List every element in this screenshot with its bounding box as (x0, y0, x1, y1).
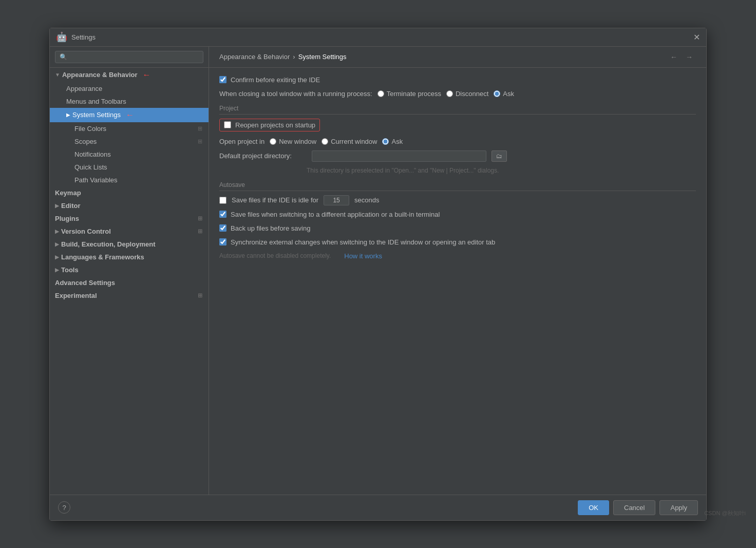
sidebar-item-notifications[interactable]: Notifications (50, 148, 209, 161)
default-project-dir-input[interactable] (312, 150, 486, 162)
sidebar-item-quick-lists[interactable]: Quick Lists (50, 161, 209, 174)
sidebar-item-version-control[interactable]: ▶ Version Control ⊞ (50, 225, 209, 238)
save-switch-checkbox[interactable] (219, 211, 226, 218)
settings-area: Confirm before exiting the IDE When clos… (209, 68, 706, 495)
help-button[interactable]: ? (58, 501, 70, 514)
title-bar: 🤖 Settings ✕ (50, 28, 706, 47)
autosave-hint-row: Autosave cannot be disabled completely. … (219, 252, 696, 260)
sidebar-item-label: Notifications (74, 150, 111, 158)
apply-button[interactable]: Apply (659, 500, 698, 515)
sync-external-text: Synchronize external changes when switch… (231, 238, 495, 246)
sidebar-item-label: Languages & Frameworks (61, 253, 144, 261)
chevron-right-icon-lf: ▶ (55, 254, 59, 260)
experimental-icon: ⊞ (198, 292, 202, 299)
sync-external-row: Synchronize external changes when switch… (219, 238, 696, 246)
ask-option[interactable]: Ask (494, 90, 514, 98)
chevron-right-icon: ▶ (66, 112, 70, 118)
disconnect-option[interactable]: Disconnect (446, 90, 488, 98)
chevron-down-icon: ▼ (55, 72, 60, 78)
save-switch-row: Save files when switching to a different… (219, 211, 696, 218)
reopen-projects-checkbox[interactable] (224, 121, 231, 128)
sidebar-item-scopes[interactable]: Scopes ⊞ (50, 135, 209, 148)
main-content: Appearance & Behavior › System Settings … (209, 47, 706, 495)
new-window-label: New window (279, 138, 316, 145)
save-idle-label-after: seconds (354, 196, 379, 204)
disconnect-radio[interactable] (446, 90, 453, 97)
new-window-option[interactable]: New window (270, 138, 316, 145)
sidebar-item-plugins[interactable]: Plugins ⊞ (50, 212, 209, 225)
autosave-hint-text: Autosave cannot be disabled completely. (219, 252, 331, 259)
sidebar-item-appearance-behavior[interactable]: ▼ Appearance & Behavior ← (50, 68, 209, 82)
nav-forward-button[interactable]: → (683, 52, 696, 62)
sidebar-item-label: Version Control (61, 228, 111, 235)
search-input[interactable] (55, 51, 203, 63)
file-colors-icon: ⊞ (198, 125, 202, 132)
main-header: Appearance & Behavior › System Settings … (209, 47, 706, 68)
confirm-exit-text: Confirm before exiting the IDE (231, 76, 320, 84)
ask-project-option[interactable]: Ask (382, 138, 403, 145)
terminate-option[interactable]: Terminate process (377, 90, 441, 98)
terminate-radio[interactable] (377, 90, 384, 97)
save-idle-label-before: Save files if the IDE is idle for (232, 196, 318, 204)
sidebar-item-label: Advanced Settings (55, 279, 115, 287)
ask-radio[interactable] (494, 90, 500, 97)
close-button[interactable]: ✕ (693, 32, 700, 42)
terminate-label: Terminate process (387, 90, 441, 98)
backup-files-row: Back up files before saving (219, 224, 696, 232)
ok-button[interactable]: OK (578, 500, 609, 515)
breadcrumb-separator: › (293, 53, 295, 61)
backup-files-checkbox[interactable] (219, 224, 226, 232)
chevron-right-icon-tools: ▶ (55, 267, 59, 273)
sidebar-item-editor[interactable]: ▶ Editor (50, 199, 209, 212)
sidebar-item-appearance[interactable]: Appearance (50, 82, 209, 95)
disconnect-label: Disconnect (456, 90, 488, 98)
search-box (50, 47, 209, 68)
sidebar-item-system-settings[interactable]: ▶ System Settings ← (50, 108, 209, 122)
save-idle-row: Save files if the IDE is idle for second… (219, 195, 696, 205)
current-window-radio[interactable] (322, 138, 328, 145)
sidebar-item-label: File Colors (74, 125, 106, 133)
project-dir-hint: This directory is preselected in "Open..… (307, 167, 696, 174)
watermark: CSDN @秋知叶i (704, 509, 746, 517)
sync-external-checkbox[interactable] (219, 238, 226, 245)
sidebar-item-keymap[interactable]: Keymap (50, 186, 209, 199)
chevron-right-icon-vc: ▶ (55, 229, 59, 234)
how-it-works-link[interactable]: How it works (344, 252, 382, 260)
chevron-right-icon-editor: ▶ (55, 203, 59, 209)
ask-project-radio[interactable] (382, 138, 389, 145)
settings-dialog: 🤖 Settings ✕ ▼ Appearance & Behavior ← A… (49, 28, 707, 521)
confirm-exit-row: Confirm before exiting the IDE (219, 76, 696, 84)
cancel-button[interactable]: Cancel (613, 500, 655, 515)
dialog-body: ▼ Appearance & Behavior ← Appearance Men… (50, 47, 706, 495)
dialog-title: Settings (71, 33, 96, 41)
sidebar-item-path-variables[interactable]: Path Variables (50, 174, 209, 186)
sidebar-item-languages-frameworks[interactable]: ▶ Languages & Frameworks (50, 251, 209, 263)
nav-back-button[interactable]: ← (667, 52, 681, 62)
sidebar-item-file-colors[interactable]: File Colors ⊞ (50, 122, 209, 135)
ask-label: Ask (503, 90, 514, 98)
save-switch-label[interactable]: Save files when switching to a different… (219, 211, 440, 218)
reopen-box: Reopen projects on startup (219, 119, 320, 131)
confirm-exit-label[interactable]: Confirm before exiting the IDE (219, 76, 320, 84)
sync-external-label[interactable]: Synchronize external changes when switch… (219, 238, 495, 246)
current-window-option[interactable]: Current window (322, 138, 377, 145)
sidebar-item-tools[interactable]: ▶ Tools (50, 263, 209, 276)
confirm-exit-checkbox[interactable] (219, 76, 226, 83)
plugins-icon: ⊞ (198, 215, 202, 222)
reopen-projects-row: Reopen projects on startup (219, 119, 696, 131)
reopen-projects-text: Reopen projects on startup (235, 121, 315, 129)
title-bar-left: 🤖 Settings (56, 31, 96, 43)
save-idle-seconds-input[interactable] (324, 195, 349, 205)
open-project-in-label: Open project in (219, 138, 264, 145)
new-window-radio[interactable] (270, 138, 276, 145)
sidebar-item-label: Experimental (55, 292, 97, 299)
open-project-in-row: Open project in New window Current windo… (219, 138, 696, 145)
sidebar-item-menus-toolbars[interactable]: Menus and Toolbars (50, 95, 209, 108)
sidebar-item-build-exec-deploy[interactable]: ▶ Build, Execution, Deployment (50, 238, 209, 251)
backup-files-label[interactable]: Back up files before saving (219, 224, 310, 232)
sidebar-item-label: Build, Execution, Deployment (61, 240, 155, 248)
folder-browse-button[interactable]: 🗂 (492, 150, 507, 162)
save-idle-checkbox[interactable] (219, 197, 226, 204)
sidebar-item-advanced-settings[interactable]: Advanced Settings (50, 276, 209, 289)
sidebar-item-experimental[interactable]: Experimental ⊞ (50, 289, 209, 302)
